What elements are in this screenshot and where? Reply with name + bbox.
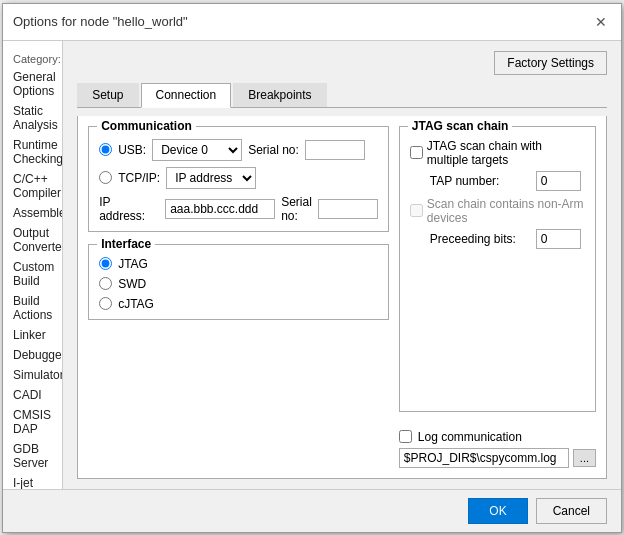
serial-no-input[interactable] bbox=[305, 140, 365, 160]
tcpip-label: TCP/IP: bbox=[118, 171, 160, 185]
non-arm-label: Scan chain contains non-Arm devices bbox=[427, 197, 585, 225]
sidebar-item-custom-build[interactable]: Custom Build bbox=[3, 257, 62, 291]
sidebar: Category: General OptionsStatic Analysis… bbox=[3, 41, 63, 489]
ip-address-input[interactable] bbox=[165, 199, 275, 219]
tap-number-input[interactable] bbox=[536, 171, 581, 191]
title-bar: Options for node "hello_world" ✕ bbox=[3, 4, 621, 41]
jtag-scan-group-label: JTAG scan chain bbox=[408, 119, 512, 133]
tabs-row: SetupConnectionBreakpoints bbox=[77, 83, 607, 108]
multiple-targets-label: JTAG scan chain with multiple targets bbox=[427, 139, 585, 167]
swd-radio-row: SWD bbox=[99, 277, 378, 291]
cjtag-radio-row: cJTAG bbox=[99, 297, 378, 311]
log-communication-label: Log communication bbox=[418, 430, 522, 444]
communication-group-label: Communication bbox=[97, 119, 196, 133]
tab-setup[interactable]: Setup bbox=[77, 83, 138, 107]
serial-no-label: Serial no: bbox=[248, 143, 299, 157]
cjtag-radio[interactable] bbox=[99, 297, 112, 310]
tcpip-radio-row: TCP/IP: IP address bbox=[99, 167, 378, 189]
dialog-body: Category: General OptionsStatic Analysis… bbox=[3, 41, 621, 489]
factory-btn-row: Factory Settings bbox=[77, 51, 607, 75]
preceeding-bits-input[interactable] bbox=[536, 229, 581, 249]
serial-no2-label: Serial no: bbox=[281, 195, 312, 223]
sidebar-item-general-options[interactable]: General Options bbox=[3, 67, 62, 101]
tab-content: Communication USB: Device 0 Serial no: bbox=[77, 116, 607, 479]
ip-address-row: IP address: Serial no: bbox=[99, 195, 378, 223]
sidebar-item-build-actions[interactable]: Build Actions bbox=[3, 291, 62, 325]
preceeding-bits-row: Preceeding bits: bbox=[410, 229, 585, 249]
multiple-targets-checkbox[interactable] bbox=[410, 146, 423, 159]
log-section: Log communication ... bbox=[399, 426, 596, 468]
log-checkbox-row: Log communication bbox=[399, 430, 596, 444]
dialog-title: Options for node "hello_world" bbox=[13, 14, 188, 29]
swd-radio[interactable] bbox=[99, 277, 112, 290]
sidebar-item-cadi[interactable]: CADI bbox=[3, 385, 62, 405]
cancel-button[interactable]: Cancel bbox=[536, 498, 607, 524]
sidebar-item-debugger[interactable]: Debugger bbox=[3, 345, 62, 365]
tap-number-label: TAP number: bbox=[430, 174, 530, 188]
main-content: Factory Settings SetupConnectionBreakpoi… bbox=[63, 41, 621, 489]
sidebar-item-i-jet[interactable]: I-jet bbox=[3, 473, 62, 489]
browse-button[interactable]: ... bbox=[573, 449, 596, 467]
tab-connection[interactable]: Connection bbox=[141, 83, 232, 108]
usb-radio[interactable] bbox=[99, 143, 112, 156]
sidebar-item-static-analysis[interactable]: Static Analysis bbox=[3, 101, 62, 135]
cjtag-label: cJTAG bbox=[118, 297, 154, 311]
sidebar-item-cmsis-dap[interactable]: CMSIS DAP bbox=[3, 405, 62, 439]
sidebar-item-linker[interactable]: Linker bbox=[3, 325, 62, 345]
preceeding-bits-label: Preceeding bits: bbox=[430, 232, 530, 246]
sidebar-item-output-converter[interactable]: Output Converter bbox=[3, 223, 62, 257]
interface-group-label: Interface bbox=[97, 237, 155, 251]
right-panel: JTAG scan chain JTAG scan chain with mul… bbox=[399, 126, 596, 468]
jtag-radio[interactable] bbox=[99, 257, 112, 270]
log-path-input[interactable] bbox=[399, 448, 569, 468]
log-communication-checkbox[interactable] bbox=[399, 430, 412, 443]
jtag-scan-group: JTAG scan chain JTAG scan chain with mul… bbox=[399, 126, 596, 412]
non-arm-checkbox[interactable] bbox=[410, 204, 423, 217]
sidebar-item-gdb-server[interactable]: GDB Server bbox=[3, 439, 62, 473]
tab-breakpoints[interactable]: Breakpoints bbox=[233, 83, 326, 107]
ip-address-select[interactable]: IP address bbox=[166, 167, 256, 189]
log-path-row: ... bbox=[399, 448, 596, 468]
category-label: Category: bbox=[3, 49, 62, 67]
sidebar-item-simulator[interactable]: Simulator bbox=[3, 365, 62, 385]
usb-label: USB: bbox=[118, 143, 146, 157]
left-panel: Communication USB: Device 0 Serial no: bbox=[88, 126, 389, 468]
interface-group: Interface JTAG SWD cJTAG bbox=[88, 244, 389, 320]
jtag-label: JTAG bbox=[118, 257, 148, 271]
non-arm-row: Scan chain contains non-Arm devices bbox=[410, 197, 585, 225]
sidebar-item-assembler[interactable]: Assembler bbox=[3, 203, 62, 223]
factory-settings-button[interactable]: Factory Settings bbox=[494, 51, 607, 75]
ip-address-label: IP address: bbox=[99, 195, 159, 223]
swd-label: SWD bbox=[118, 277, 146, 291]
multiple-targets-row: JTAG scan chain with multiple targets bbox=[410, 139, 585, 167]
dialog: Options for node "hello_world" ✕ Categor… bbox=[2, 3, 622, 533]
ok-button[interactable]: OK bbox=[468, 498, 527, 524]
communication-group: Communication USB: Device 0 Serial no: bbox=[88, 126, 389, 232]
tcpip-radio[interactable] bbox=[99, 171, 112, 184]
bottom-bar: OK Cancel bbox=[3, 489, 621, 532]
close-button[interactable]: ✕ bbox=[591, 12, 611, 32]
sidebar-item-c-c---compiler[interactable]: C/C++ Compiler bbox=[3, 169, 62, 203]
device-select[interactable]: Device 0 bbox=[152, 139, 242, 161]
serial-no2-input[interactable] bbox=[318, 199, 378, 219]
sidebar-item-runtime-checking[interactable]: Runtime Checking bbox=[3, 135, 62, 169]
jtag-radio-row: JTAG bbox=[99, 257, 378, 271]
tap-number-row: TAP number: bbox=[410, 171, 585, 191]
usb-radio-row: USB: Device 0 Serial no: bbox=[99, 139, 378, 161]
